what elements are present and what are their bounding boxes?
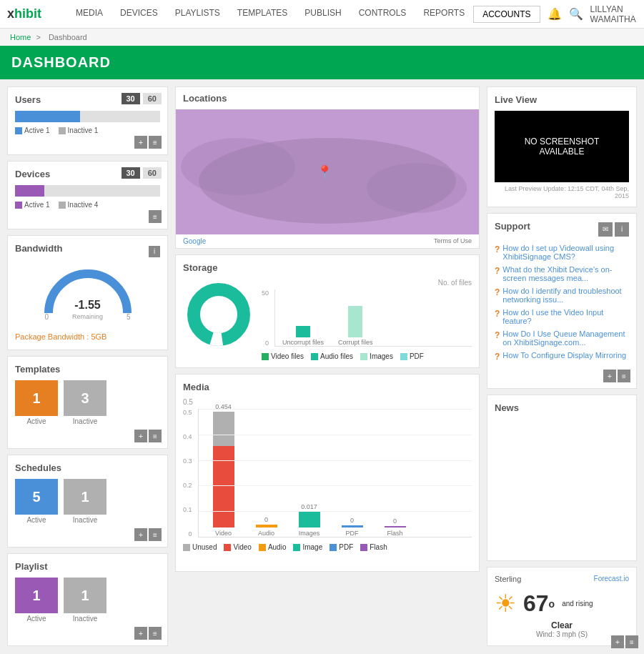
storage-card: Storage No. of files 50 xyxy=(175,254,480,368)
support-link-text-4[interactable]: How do I use the Video Input feature? xyxy=(502,308,629,325)
media-unused-color xyxy=(183,544,190,551)
users-inactive-count: 60 xyxy=(143,93,162,104)
support-add-button[interactable]: + xyxy=(603,370,616,382)
support-link-text-2[interactable]: What do the Xhibit Device's on-screen me… xyxy=(502,265,629,282)
media-audio-label: Audio xyxy=(258,530,274,537)
breadcrumb-home[interactable]: Home xyxy=(10,33,31,41)
media-actions: + ≡ xyxy=(611,635,638,648)
templates-add-button[interactable]: + xyxy=(134,430,147,442)
support-q-icon-4: ? xyxy=(495,309,500,319)
media-audio-color xyxy=(259,544,266,551)
support-actions: + ≡ xyxy=(603,370,630,382)
users-add-button[interactable]: + xyxy=(134,136,147,149)
schedules-card: Schedules 5 Active 1 Inactive + ≡ xyxy=(7,455,168,548)
devices-actions: ≡ xyxy=(149,210,162,223)
user-name: LILLYAN WAMAITHA xyxy=(590,4,636,24)
nav-publish[interactable]: PUBLISH xyxy=(296,0,350,29)
right-column: Live View NO SCREENSHOT AVAILABLE Last P… xyxy=(487,86,637,646)
media-chart-container: 0.5 0.4 0.3 0.2 0.1 0 xyxy=(183,409,472,537)
media-pdf-value: 0 xyxy=(350,517,354,524)
storage-legend: Video files Audio files Images PDF xyxy=(262,352,472,360)
media-legend-flash: Flash xyxy=(360,543,387,551)
users-actions: + ≡ xyxy=(134,136,162,149)
nav-templates[interactable]: TEMPLATES xyxy=(229,0,296,29)
playlist-add-button[interactable]: + xyxy=(134,627,147,640)
users-legend-inactive: Inactive 1 xyxy=(59,127,99,134)
support-q-icon-6: ? xyxy=(495,352,500,362)
templates-active-tile: 1 Active xyxy=(15,380,58,425)
media-bar-pdf: 0 PDF xyxy=(342,517,363,537)
media-video-value: 0.454 xyxy=(215,403,232,410)
media-flash-legend-label: Flash xyxy=(370,543,387,551)
storage-audio-label: Audio files xyxy=(320,352,353,360)
accounts-button[interactable]: ACCOUNTS xyxy=(473,6,540,23)
nav-media[interactable]: MEDIA xyxy=(67,0,112,29)
storage-y-max: 50 xyxy=(262,289,269,297)
nav-playlists[interactable]: PLAYLISTS xyxy=(167,0,229,29)
devices-legend: Active 1 Inactive 4 xyxy=(15,201,160,209)
schedules-active-label: Active xyxy=(15,516,58,524)
media-list-button[interactable]: ≡ xyxy=(625,635,638,648)
locations-title: Locations xyxy=(176,87,479,109)
support-header-actions: ✉ i xyxy=(598,222,629,237)
media-bars-area: 0.454 Video 0 Audio xyxy=(198,409,472,537)
google-attribution: Google xyxy=(183,237,206,245)
nav-controls[interactable]: CONTROLS xyxy=(350,0,415,29)
support-link-6: ? How To Configure Display Mirroring xyxy=(495,349,629,364)
support-link-4: ? How do I use the Video Input feature? xyxy=(495,306,629,327)
users-inactive-dot xyxy=(59,127,66,134)
storage-bar-chart: No. of files 50 0 Uncorrupt files xyxy=(262,279,472,360)
devices-inactive-count: 60 xyxy=(143,167,162,179)
support-link-text-1[interactable]: How do I set up Videowall using XhibitSi… xyxy=(502,244,629,261)
svg-point-3 xyxy=(367,163,467,213)
support-link-2: ? What do the Xhibit Device's on-screen … xyxy=(495,263,629,284)
breadcrumb: Home > Dashboard xyxy=(0,29,644,46)
nav-devices[interactable]: DEVICES xyxy=(112,0,167,29)
storage-donut xyxy=(183,279,254,350)
weather-temperature: 67 xyxy=(523,590,549,616)
playlist-title: Playlist xyxy=(15,561,160,572)
schedules-add-button[interactable]: + xyxy=(134,528,147,541)
bandwidth-info-button[interactable]: i xyxy=(149,246,160,257)
center-column: Locations 📍 Google Terms of Use St xyxy=(175,86,480,646)
nav-reports[interactable]: REPORTS xyxy=(415,0,473,29)
storage-pdf-color xyxy=(400,353,407,360)
devices-list-button[interactable]: ≡ xyxy=(149,210,162,223)
media-audio-legend-label: Audio xyxy=(268,543,287,551)
support-list-button[interactable]: ≡ xyxy=(618,370,630,382)
weather-forecast-link[interactable]: Forecast.io xyxy=(594,575,629,583)
storage-bar-uncorrupt: Uncorrupt files xyxy=(282,326,324,346)
news-card: News xyxy=(487,395,637,561)
media-add-button[interactable]: + xyxy=(611,635,624,648)
bandwidth-title: Bandwidth xyxy=(15,243,62,254)
media-bar-flash: 0 Flash xyxy=(385,517,406,537)
schedules-title: Schedules xyxy=(15,462,160,473)
schedules-actions: + ≡ xyxy=(134,528,162,541)
support-email-button[interactable]: ✉ xyxy=(598,222,613,237)
schedules-list-button[interactable]: ≡ xyxy=(149,528,162,541)
support-link-text-3[interactable]: How do I identify and troubleshoot netwo… xyxy=(502,287,629,304)
media-legend: Unused Video Audio Image PDF xyxy=(183,543,472,551)
templates-inactive-tile: 3 Inactive xyxy=(64,380,106,425)
support-link-text-5[interactable]: How Do I Use Queue Management on XhibitS… xyxy=(502,330,629,347)
support-q-icon-1: ? xyxy=(495,244,500,254)
devices-bar-fill xyxy=(15,185,44,197)
users-list-button[interactable]: ≡ xyxy=(149,136,162,149)
support-info-button[interactable]: i xyxy=(615,222,629,237)
support-link-text-6[interactable]: How To Configure Display Mirroring xyxy=(502,351,626,360)
weather-temp-unit: o xyxy=(549,598,555,610)
playlist-active-tile: 1 Active xyxy=(15,578,58,623)
templates-list-button[interactable]: ≡ xyxy=(149,430,162,442)
weather-header: Sterling Forecast.io xyxy=(495,575,629,583)
media-audio-value: 0 xyxy=(264,516,268,523)
templates-inactive-count-box: 3 xyxy=(64,380,106,416)
users-bar-fill xyxy=(15,111,80,122)
playlist-list-button[interactable]: ≡ xyxy=(149,627,162,640)
storage-legend-images: Images xyxy=(360,352,393,360)
search-icon[interactable]: 🔍 xyxy=(569,7,583,21)
users-inactive-label: Inactive 1 xyxy=(68,127,99,134)
schedules-active-count-box: 5 xyxy=(15,479,58,515)
bell-icon[interactable]: 🔔 xyxy=(548,7,562,21)
templates-inactive-label: Inactive xyxy=(64,417,106,425)
playlist-active-label: Active xyxy=(15,615,58,623)
